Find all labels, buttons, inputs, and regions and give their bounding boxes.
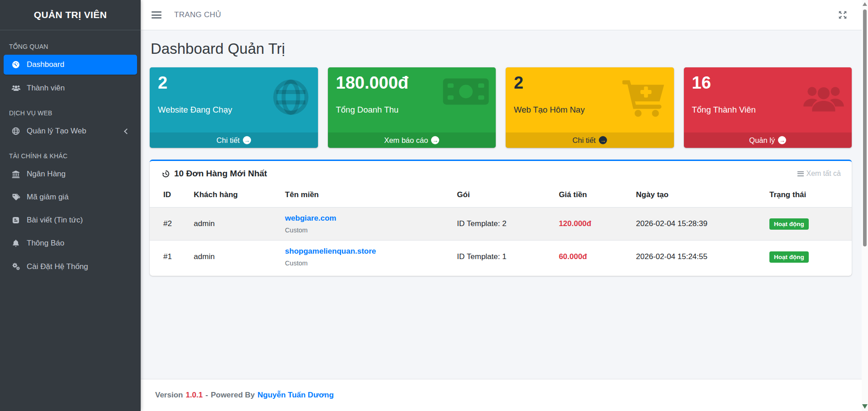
main-column: TRANG CHỦ Dashboard Quản Trị 2 Website Đ… (141, 0, 868, 411)
cart-plus-icon (622, 76, 668, 120)
order-package: ID Template: 2 (451, 208, 553, 241)
stat-cards-row: 2 Website Đang Chạy Chi tiết → 180.000đ (150, 67, 852, 148)
scroll-down-arrow-icon[interactable] (862, 404, 868, 409)
scrollbar-thumb[interactable] (863, 9, 867, 246)
order-package: ID Template: 1 (451, 241, 553, 274)
version-number: 1.0.1 (185, 391, 203, 400)
stat-card-members: 16 Tổng Thành Viên Quản lý → (684, 67, 852, 148)
history-icon (161, 170, 170, 178)
col-created: Ngày tạo (631, 184, 764, 208)
version-label: Version (155, 391, 183, 400)
table-row: #2 admin webgiare.com Custom ID Template… (150, 208, 852, 241)
users-icon (802, 76, 845, 122)
stat-link-label: Chi tiết (573, 136, 596, 145)
sidebar-nav: TỔNG QUAN Dashboard Thành viên DỊCH VỤ W… (0, 30, 141, 284)
stat-card-link[interactable]: Chi tiết → (150, 132, 318, 148)
navbar-link-home[interactable]: TRANG CHỦ (174, 10, 221, 19)
order-id: #1 (150, 241, 188, 274)
col-customer: Khách hàng (188, 184, 280, 208)
menu-toggle-icon[interactable] (152, 10, 161, 20)
arrow-circle-right-icon: → (778, 136, 786, 144)
sidebar-item-coupons[interactable]: Mã giảm giá (4, 187, 137, 207)
scroll-up-arrow-icon[interactable] (863, 2, 867, 6)
sidebar-item-label: Thành viên (27, 84, 65, 93)
domain-link[interactable]: webgiare.com (285, 214, 336, 222)
globe-icon (270, 76, 312, 120)
arrow-circle-right-icon: → (431, 136, 439, 144)
order-price: 120.000đ (553, 208, 631, 241)
stat-card-link[interactable]: Quản lý → (684, 132, 852, 148)
order-customer: admin (188, 241, 280, 274)
list-icon (797, 170, 804, 177)
sidebar-item-members[interactable]: Thành viên (4, 78, 137, 98)
cogs-icon (9, 262, 23, 271)
orders-table: ID Khách hàng Tên miền Gói Giá tiền Ngày… (150, 184, 852, 273)
money-bill-icon (442, 76, 489, 109)
orders-title: 10 Đơn Hàng Mới Nhất (174, 169, 267, 179)
arrow-circle-right-icon: → (243, 136, 251, 144)
nav-section-finance: TÀI CHÍNH & KHÁC (4, 144, 137, 164)
stat-card-websites: 2 Website Đang Chạy Chi tiết → (150, 67, 318, 148)
orders-panel: 10 Đơn Hàng Mới Nhất Xem tất cả ID K (150, 160, 852, 276)
sidebar-item-bank[interactable]: Ngân Hàng (4, 164, 137, 184)
sidebar: QUẢN TRỊ VIÊN TỔNG QUAN Dashboard Thành … (0, 0, 141, 411)
bank-icon (9, 170, 23, 179)
col-status: Trạng thái (764, 184, 852, 208)
col-domain: Tên miền (280, 184, 451, 208)
blog-icon (9, 216, 23, 225)
content-area: Dashboard Quản Trị 2 Website Đang Chạy C… (141, 30, 868, 379)
powered-by-label: Powered By (211, 391, 255, 400)
sidebar-item-label: Quản lý Tạo Web (27, 127, 86, 136)
col-price: Giá tiền (553, 184, 631, 208)
stat-card-link[interactable]: Chi tiết → (506, 132, 674, 148)
domain-type: Custom (285, 260, 446, 267)
sidebar-item-label: Ngân Hàng (27, 170, 66, 179)
nav-section-web-services: DỊCH VỤ WEB (4, 101, 137, 121)
table-header-row: ID Khách hàng Tên miền Gói Giá tiền Ngày… (150, 184, 852, 208)
bell-icon (9, 239, 23, 248)
order-created: 2026-02-04 15:24:55 (631, 241, 764, 274)
order-id: #2 (150, 208, 188, 241)
top-navbar: TRANG CHỦ (141, 0, 868, 30)
sidebar-item-label: Cài Đặt Hệ Thống (27, 262, 88, 271)
stat-link-label: Xem báo cáo (384, 136, 428, 145)
stat-link-label: Quản lý (749, 136, 775, 145)
sidebar-item-label: Dashboard (27, 60, 64, 69)
sidebar-item-notifications[interactable]: Thông Báo (4, 233, 137, 253)
table-row: #1 admin shopgamelienquan.store Custom I… (150, 241, 852, 274)
fullscreen-icon[interactable] (838, 10, 848, 20)
stat-card-link[interactable]: Xem báo cáo → (328, 132, 496, 148)
stat-link-label: Chi tiết (217, 136, 240, 145)
domain-link[interactable]: shopgamelienquan.store (285, 247, 376, 255)
sidebar-item-dashboard[interactable]: Dashboard (4, 55, 137, 75)
brand-title[interactable]: QUẢN TRỊ VIÊN (0, 0, 141, 30)
arrow-circle-right-icon: → (599, 136, 607, 144)
order-price: 60.000đ (553, 241, 631, 274)
page-footer: Version 1.0.1 - Powered By Nguyễn Tuấn D… (141, 379, 868, 411)
sidebar-item-label: Mã giảm giá (27, 193, 69, 202)
view-all-label: Xem tất cả (806, 170, 841, 178)
author-link[interactable]: Nguyễn Tuấn Dương (257, 391, 334, 400)
order-customer: admin (188, 208, 280, 241)
status-badge: Hoạt động (769, 251, 809, 263)
sidebar-item-posts[interactable]: Bài viết (Tin tức) (4, 210, 137, 230)
vertical-scrollbar[interactable] (862, 0, 868, 411)
page-title: Dashboard Quản Trị (151, 40, 852, 57)
nav-section-overview: TỔNG QUAN (4, 35, 137, 55)
app-root: QUẢN TRỊ VIÊN TỔNG QUAN Dashboard Thành … (0, 0, 868, 411)
globe-icon (9, 127, 23, 136)
sidebar-item-settings[interactable]: Cài Đặt Hệ Thống (4, 256, 137, 277)
stat-card-revenue: 180.000đ Tổng Doanh Thu Xem báo cáo → (328, 67, 496, 148)
chevron-left-icon (124, 128, 130, 134)
tachometer-icon (9, 60, 23, 69)
stat-card-webs-today: 2 Web Tạo Hôm Nay Chi tiết → (506, 67, 674, 148)
sidebar-item-manage-web[interactable]: Quản lý Tạo Web (4, 121, 137, 141)
view-all-link[interactable]: Xem tất cả (797, 170, 841, 178)
sidebar-item-label: Thông Báo (27, 239, 64, 248)
domain-type: Custom (285, 227, 446, 234)
separator: - (205, 391, 208, 400)
col-id: ID (150, 184, 188, 208)
order-created: 2026-02-04 15:28:39 (631, 208, 764, 241)
col-package: Gói (451, 184, 553, 208)
users-icon (9, 83, 23, 93)
